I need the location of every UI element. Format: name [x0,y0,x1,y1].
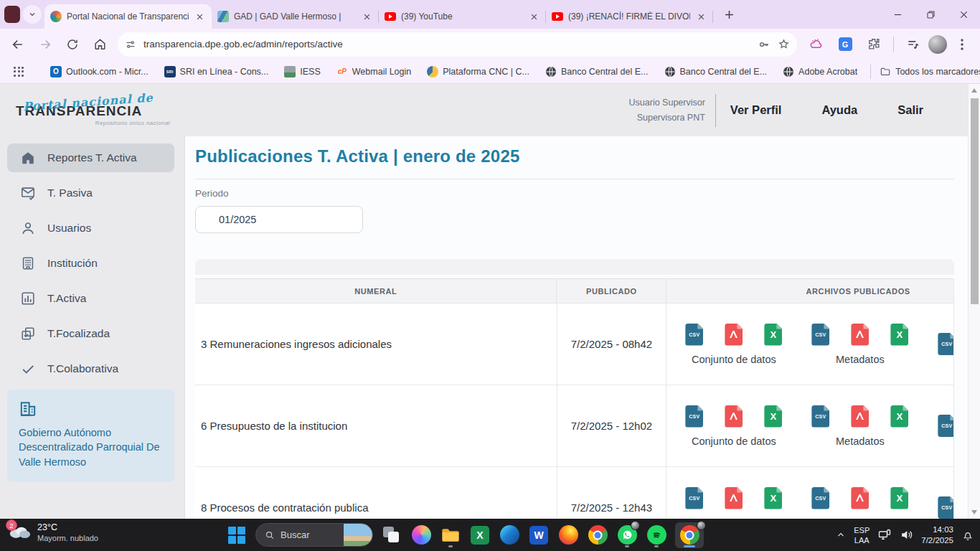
pnt-favicon-icon [50,11,62,22]
search-highlight-image[interactable] [344,524,372,546]
sidebar-item-usuarios[interactable]: Usuarios [7,214,174,242]
csv-file-icon[interactable]: CSV [938,496,953,519]
network-icon[interactable] [877,528,892,542]
language-indicator[interactable]: ESP LAA [854,525,870,545]
excel-button[interactable]: X [469,522,491,548]
bookmark-star-icon[interactable] [778,38,790,50]
sidebar-item-t-focalizada[interactable]: T.Focalizada [7,319,174,348]
csv-file-icon[interactable]: CSV [938,415,953,437]
bookmark-outlook[interactable]: OOutlook.com - Micr... [44,64,154,80]
xls-file-icon[interactable]: X [890,405,908,428]
weather-widget[interactable]: 2 23°C Mayorm. nublado [7,522,98,543]
extensions-puzzle-icon[interactable] [862,32,886,57]
youtube-favicon-icon [385,12,396,21]
password-key-icon[interactable] [758,38,771,51]
period-input[interactable] [195,206,363,233]
tab-portal-transparencia[interactable]: Portal Nacional de Transparenci [44,4,212,29]
restore-button[interactable] [914,0,947,29]
tab-close-icon[interactable] [361,11,373,23]
xls-file-icon[interactable]: X [764,487,782,509]
pdf-file-icon[interactable] [725,405,743,428]
bookmark-cnc[interactable]: Plataforma CNC | C... [421,64,535,80]
salir-link[interactable]: Salir [897,103,923,117]
csv-file-icon[interactable]: CSV [685,324,703,346]
csv-file-icon[interactable]: CSV [685,487,703,509]
tab-gad-valle-hermoso[interactable]: GAD | GAD Valle Hermoso | [212,4,379,29]
firefox-button[interactable] [557,522,579,548]
bookmark-sri[interactable]: SRISRI en Línea - Cons... [159,64,275,80]
csv-file-icon[interactable]: CSV [811,405,829,428]
start-button[interactable] [226,522,248,548]
edge-button[interactable] [499,522,520,548]
sidebar-item-institucion[interactable]: Institución [7,249,174,278]
translate-extension-icon[interactable]: G [833,32,857,57]
minimize-button[interactable] [881,0,914,29]
xls-file-icon[interactable]: X [764,405,782,428]
tab-youtube-video[interactable]: (39) ¡RENACÍ! FIRMÉ EL DIVORC [546,4,713,29]
bookmark-banco-central-2[interactable]: Banco Central del E... [659,64,773,80]
site-settings-icon[interactable] [125,39,136,50]
pdf-file-icon[interactable] [851,487,869,509]
tab-close-icon[interactable] [528,11,540,23]
chrome-active-button[interactable] [675,522,704,548]
csv-file-icon[interactable]: CSV [685,405,703,428]
bookmark-webmail[interactable]: cPWebmail Login [331,64,417,80]
scroll-down-arrow-icon[interactable] [971,510,977,514]
tab-close-icon[interactable] [695,11,707,23]
bookmark-adobe[interactable]: Adobe Acrobat [777,64,863,80]
whatsapp-button[interactable] [616,522,638,548]
notification-bell-icon[interactable] [961,529,974,542]
institution-card[interactable]: Gobierno Autónomo Descentralizado Parroq… [7,390,174,482]
file-explorer-button[interactable] [440,522,461,548]
task-view-button[interactable] [381,522,402,548]
table-row: 6 Presupuesto de la institucion 7/2/2025… [195,385,953,467]
chrome-button[interactable] [587,522,608,548]
reload-button[interactable] [60,32,85,57]
back-button[interactable] [6,32,30,57]
scroll-up-arrow-icon[interactable] [971,88,977,93]
csv-file-icon[interactable]: CSV [811,324,829,346]
tab-youtube[interactable]: (39) YouTube [379,4,546,29]
forward-button[interactable] [33,32,57,57]
toolbar-separator [893,37,894,52]
pdf-file-icon[interactable] [725,487,743,509]
browser-menu-icon[interactable] [950,32,974,57]
media-controls-icon[interactable] [901,32,925,57]
ver-perfil-link[interactable]: Ver Perfil [730,103,782,117]
sidebar-item-t-colaborativa[interactable]: T.Colaborativa [7,354,174,383]
word-button[interactable]: W [528,522,550,548]
profile-avatar[interactable] [928,35,947,54]
xls-file-icon[interactable]: X [764,324,782,346]
new-tab-button[interactable] [719,4,739,24]
pdf-file-icon[interactable] [851,405,869,428]
page-scrollbar[interactable] [968,84,980,519]
sidebar-item-t-activa[interactable]: T.Activa [7,284,174,313]
bookmark-banco-central-1[interactable]: Banco Central del E... [540,64,654,80]
pdf-file-icon[interactable] [725,324,743,346]
csv-file-icon[interactable]: CSV [811,487,829,509]
weather-extension-icon[interactable] [804,32,829,57]
address-bar[interactable]: transparencia.dpe.gob.ec/admin/reports/a… [118,32,797,57]
close-button[interactable] [947,0,980,29]
copilot-button[interactable] [410,522,432,548]
clock[interactable]: 14:03 7/2/2025 [921,524,953,546]
url-text[interactable]: transparencia.dpe.gob.ec/admin/reports/a… [143,39,750,50]
all-bookmarks[interactable]: Todos los marcadores [867,64,980,80]
xls-file-icon[interactable]: X [890,324,908,346]
home-button[interactable] [88,32,112,57]
volume-icon[interactable] [900,528,913,542]
ayuda-link[interactable]: Ayuda [821,103,857,117]
taskbar-search[interactable]: Buscar [255,523,373,547]
csv-file-icon[interactable]: CSV [938,333,953,355]
sidebar-item-reportes-t-activa[interactable]: Reportes T. Activa [7,143,174,172]
apps-grid-button[interactable] [7,64,30,80]
tab-close-icon[interactable] [194,11,206,23]
bookmark-iess[interactable]: IESS [278,64,326,80]
spotify-button[interactable] [646,522,667,548]
tray-chevron-up-icon[interactable] [836,530,846,540]
scrollbar-thumb[interactable] [971,98,979,304]
tab-search-button[interactable] [23,5,42,24]
xls-file-icon[interactable]: X [890,487,908,509]
pdf-file-icon[interactable] [851,324,869,346]
sidebar-item-t-pasiva[interactable]: T. Pasiva [7,179,174,207]
